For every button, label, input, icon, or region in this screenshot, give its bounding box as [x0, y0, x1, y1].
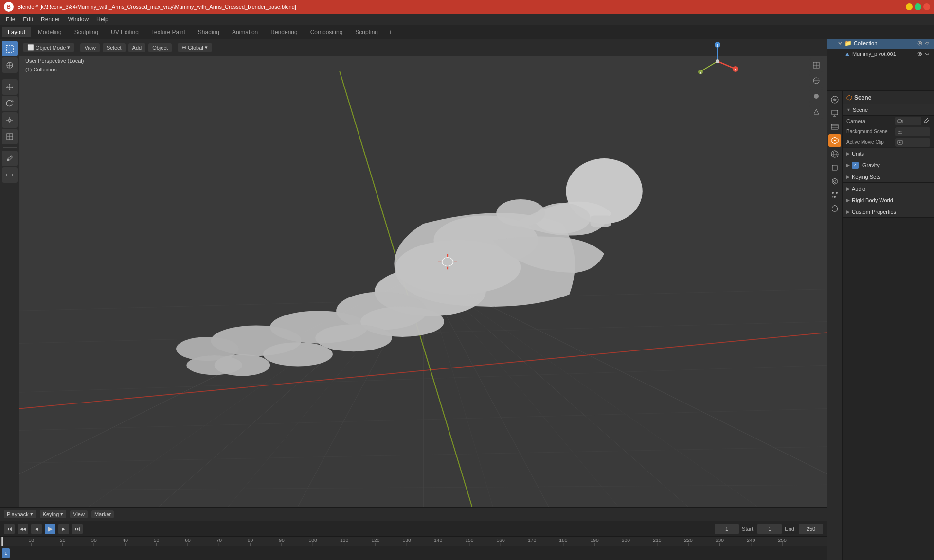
tab-sculpting[interactable]: Sculpting	[69, 27, 104, 37]
outliner-collection[interactable]: 📁 Collection	[827, 38, 934, 49]
play-btn[interactable]: ▶	[45, 524, 55, 534]
menu-edit[interactable]: Edit	[19, 15, 37, 24]
prop-particles-icon[interactable]	[828, 189, 841, 201]
tool-cursor[interactable]	[2, 57, 18, 73]
camera-value[interactable]	[895, 117, 921, 125]
prop-world-icon[interactable]	[828, 148, 841, 160]
jump-end-btn[interactable]: ⏭	[72, 524, 83, 534]
prop-scene-icon[interactable]	[828, 134, 841, 147]
background-scene-value[interactable]	[895, 127, 930, 136]
prev-frame-btn[interactable]: ◂	[31, 524, 42, 534]
menu-render[interactable]: Render	[37, 15, 64, 24]
viewport-right-icons	[809, 58, 823, 119]
rigid-body-section[interactable]: ▶ Rigid Body World	[843, 194, 934, 206]
collection-visibility-icon[interactable]	[917, 40, 923, 46]
svg-rect-0	[6, 45, 13, 52]
custom-properties-section[interactable]: ▶ Custom Properties	[843, 206, 934, 218]
viewport-3d[interactable]	[19, 39, 827, 507]
svg-text:210: 210	[653, 538, 662, 542]
left-toolbar	[0, 39, 19, 507]
movie-clip-icon	[897, 140, 903, 145]
add-tab-button[interactable]: +	[385, 27, 396, 37]
svg-text:230: 230	[716, 538, 724, 542]
view-label-tl: View	[73, 511, 85, 517]
viewport-icon-4[interactable]	[809, 105, 823, 119]
tab-layout[interactable]: Layout	[2, 27, 31, 37]
tab-animation[interactable]: Animation	[226, 27, 264, 37]
select-menu[interactable]: Select	[103, 43, 126, 52]
svg-line-14	[8, 159, 9, 160]
svg-text:140: 140	[434, 538, 443, 542]
tab-shading[interactable]: Shading	[192, 27, 225, 37]
playback-label: Playback	[7, 511, 29, 517]
snap-chevron: ▾	[205, 44, 208, 51]
tab-scripting[interactable]: Scripting	[349, 27, 384, 37]
timeline-ruler[interactable]: 10 20 30 40 50 60 70 80 90 100 110 120 1…	[0, 537, 827, 546]
tool-measure[interactable]	[2, 167, 18, 183]
svg-text:50: 50	[154, 538, 160, 542]
viewport-icon-2[interactable]	[809, 74, 823, 88]
tab-texture-paint[interactable]: Texture Paint	[145, 27, 191, 37]
keying-sets-section[interactable]: ▶ Keying Sets	[843, 171, 934, 183]
close-button[interactable]	[923, 3, 930, 10]
view-menu-tl[interactable]: View	[70, 510, 88, 518]
tool-move[interactable]	[2, 79, 18, 95]
viewport-snap[interactable]: ⊕ Global ▾	[178, 43, 212, 52]
end-frame-input[interactable]: 250	[799, 524, 823, 534]
prop-viewlayer-icon[interactable]	[828, 121, 841, 133]
svg-rect-106	[831, 124, 838, 129]
playback-menu[interactable]: Playback ▾	[4, 510, 36, 518]
maximize-button[interactable]	[915, 3, 921, 10]
jump-start-btn[interactable]: ⏮	[4, 524, 15, 534]
prop-output-icon[interactable]	[828, 107, 841, 120]
next-frame-btn[interactable]: ▸	[58, 524, 69, 534]
keying-menu[interactable]: Keying ▾	[40, 510, 67, 518]
object-visibility-icon[interactable]	[917, 51, 923, 57]
tool-select-box[interactable]	[2, 41, 18, 56]
view-menu[interactable]: View	[80, 43, 100, 52]
svg-text:Z: Z	[717, 44, 719, 47]
step-back-btn[interactable]: ◂◂	[18, 524, 28, 534]
outliner-mummy[interactable]: ▲ Mummy_pivot.001	[827, 49, 934, 59]
tab-uv-editing[interactable]: UV Editing	[105, 27, 144, 37]
object-mode-dropdown[interactable]: ⬜ Object Mode ▾	[23, 43, 74, 52]
viewport-icon-3[interactable]	[809, 89, 823, 103]
units-section[interactable]: ▶ Units	[843, 148, 934, 159]
gravity-section[interactable]: ▶ ✓ Gravity	[843, 159, 934, 171]
scene-section-title: Scene	[843, 91, 934, 104]
svg-rect-65	[590, 216, 611, 227]
menu-window[interactable]: Window	[64, 15, 92, 24]
marker-menu[interactable]: Marker	[91, 510, 114, 518]
add-menu[interactable]: Add	[128, 43, 146, 52]
menu-file[interactable]: File	[2, 15, 19, 24]
svg-point-67	[496, 199, 545, 227]
movie-clip-value[interactable]	[895, 138, 930, 147]
timeline-track[interactable]: 1	[0, 546, 827, 560]
prop-physics-icon[interactable]	[828, 202, 841, 215]
tool-annotate[interactable]	[2, 151, 18, 166]
mummy-label: Mummy_pivot.001	[852, 51, 896, 57]
prop-object-icon[interactable]	[828, 161, 841, 174]
menu-help[interactable]: Help	[92, 15, 112, 24]
audio-section[interactable]: ▶ Audio	[843, 183, 934, 194]
start-frame-input[interactable]: 1	[757, 524, 782, 534]
gravity-checkbox[interactable]: ✓	[852, 162, 859, 169]
tool-transform[interactable]	[2, 129, 18, 144]
custom-properties-label: Custom Properties	[852, 209, 896, 215]
minimize-button[interactable]	[906, 3, 913, 10]
current-frame-input[interactable]: 1	[715, 524, 739, 534]
tab-rendering[interactable]: Rendering	[265, 27, 303, 37]
tab-modeling[interactable]: Modeling	[32, 27, 68, 37]
svg-text:Y: Y	[700, 71, 702, 74]
prop-render-icon[interactable]	[828, 93, 841, 106]
tab-compositing[interactable]: Compositing	[305, 27, 349, 37]
tool-rotate[interactable]	[2, 96, 18, 111]
collection-render-icon[interactable]	[924, 40, 930, 46]
viewport-icon-1[interactable]	[809, 58, 823, 72]
object-render-icon[interactable]	[924, 51, 930, 57]
camera-edit-icon[interactable]	[923, 118, 930, 124]
object-menu[interactable]: Object	[148, 43, 172, 52]
tool-scale[interactable]	[2, 112, 18, 128]
prop-modifiers-icon[interactable]	[828, 175, 841, 188]
scene-subsection-header[interactable]: ▼ Scene	[843, 104, 934, 116]
